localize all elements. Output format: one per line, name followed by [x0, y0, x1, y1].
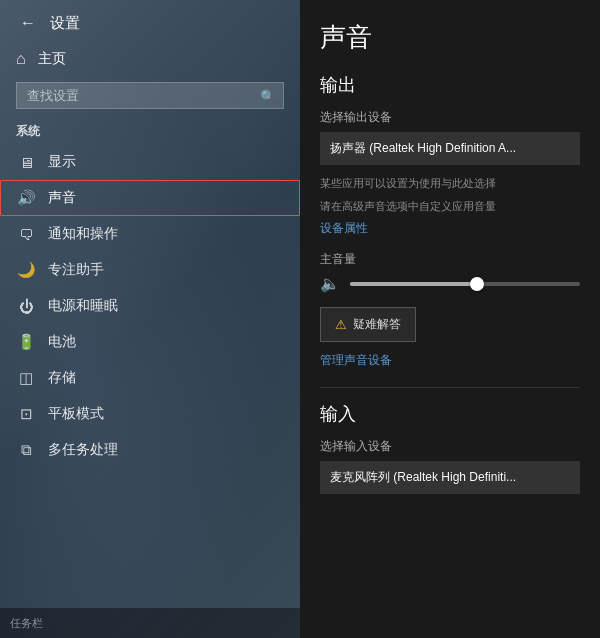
troubleshoot-label: 疑难解答 [353, 316, 401, 333]
input-device-label: 选择输入设备 [320, 438, 580, 455]
nav-label-battery: 电池 [48, 333, 76, 351]
volume-label: 主音量 [320, 251, 580, 268]
volume-thumb[interactable] [470, 277, 484, 291]
volume-slider[interactable] [350, 282, 580, 286]
search-box: 🔍 [16, 82, 284, 109]
multitask-icon: ⧉ [16, 441, 36, 459]
home-label: 主页 [38, 50, 66, 68]
home-nav-item[interactable]: ⌂ 主页 [0, 42, 300, 76]
home-icon: ⌂ [16, 50, 26, 68]
warning-icon: ⚠ [335, 317, 347, 332]
sound-icon: 🔊 [16, 189, 36, 207]
manage-sound-link[interactable]: 管理声音设备 [320, 352, 580, 369]
nav-item-battery[interactable]: 🔋 电池 [0, 324, 300, 360]
nav-label-tablet: 平板模式 [48, 405, 104, 423]
storage-icon: ◫ [16, 369, 36, 387]
focus-icon: 🌙 [16, 261, 36, 279]
back-button[interactable]: ← [16, 12, 40, 34]
volume-fill [350, 282, 477, 286]
notifications-icon: 🗨 [16, 226, 36, 243]
sidebar: ← 设置 ⌂ 主页 🔍 系统 🖥 显示 🔊 声音 🗨 通知和操作 🌙 专注助手 … [0, 0, 300, 638]
nav-item-tablet[interactable]: ⊡ 平板模式 [0, 396, 300, 432]
nav-item-multitask[interactable]: ⧉ 多任务处理 [0, 432, 300, 468]
taskbar-hint: 任务栏 [0, 608, 300, 638]
nav-label-sound: 声音 [48, 189, 76, 207]
nav-label-notifications: 通知和操作 [48, 225, 118, 243]
main-panel: 声音 输出 选择输出设备 扬声器 (Realtek High Definitio… [300, 0, 600, 638]
tablet-icon: ⊡ [16, 405, 36, 423]
nav-label-focus: 专注助手 [48, 261, 104, 279]
output-hint-2: 请在高级声音选项中自定义应用音量 [320, 198, 580, 215]
nav-label-storage: 存储 [48, 369, 76, 387]
nav-label-power: 电源和睡眠 [48, 297, 118, 315]
page-title: 声音 [320, 20, 580, 55]
battery-icon: 🔋 [16, 333, 36, 351]
search-icon: 🔍 [260, 88, 276, 103]
system-section-label: 系统 [0, 119, 300, 144]
nav-item-storage[interactable]: ◫ 存储 [0, 360, 300, 396]
volume-icon: 🔈 [320, 274, 340, 293]
nav-item-display[interactable]: 🖥 显示 [0, 144, 300, 180]
troubleshoot-button[interactable]: ⚠ 疑难解答 [320, 307, 416, 342]
output-device-label: 选择输出设备 [320, 109, 580, 126]
nav-item-notifications[interactable]: 🗨 通知和操作 [0, 216, 300, 252]
power-icon: ⏻ [16, 298, 36, 315]
nav-item-focus[interactable]: 🌙 专注助手 [0, 252, 300, 288]
taskbar-hint-text: 任务栏 [10, 616, 43, 631]
volume-row: 🔈 [320, 274, 580, 293]
nav-label-display: 显示 [48, 153, 76, 171]
output-section-title: 输出 [320, 73, 580, 97]
display-icon: 🖥 [16, 154, 36, 171]
input-device-dropdown[interactable]: 麦克风阵列 (Realtek High Definiti... [320, 461, 580, 494]
volume-section: 主音量 🔈 [320, 251, 580, 293]
input-section-title: 输入 [320, 402, 580, 426]
output-device-dropdown[interactable]: 扬声器 (Realtek High Definition A... [320, 132, 580, 165]
section-divider [320, 387, 580, 388]
output-hint-1: 某些应用可以设置为使用与此处选择 [320, 175, 580, 192]
device-props-link[interactable]: 设备属性 [320, 220, 580, 237]
nav-item-sound[interactable]: 🔊 声音 [0, 180, 300, 216]
nav-label-multitask: 多任务处理 [48, 441, 118, 459]
sidebar-title: 设置 [50, 14, 80, 33]
search-input[interactable] [16, 82, 284, 109]
nav-item-power[interactable]: ⏻ 电源和睡眠 [0, 288, 300, 324]
sidebar-header: ← 设置 [0, 0, 300, 42]
